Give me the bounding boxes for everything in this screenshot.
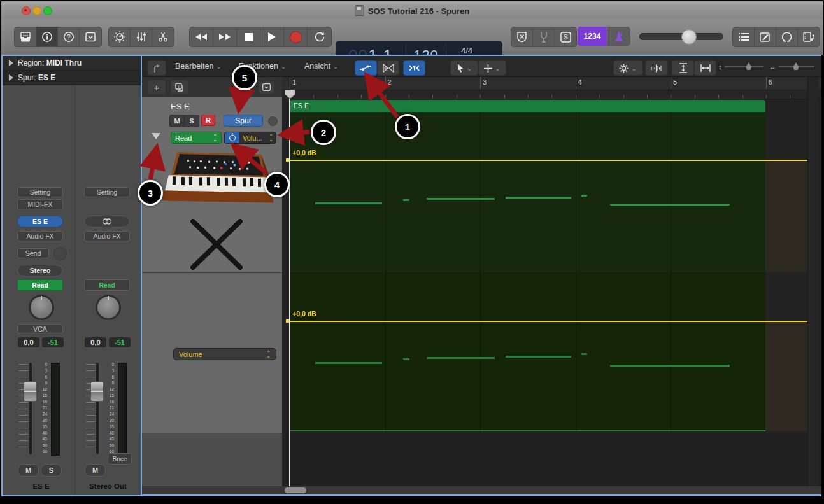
menu-ansicht[interactable]: Ansicht⌄ — [304, 62, 338, 71]
region-body-lane2[interactable] — [290, 272, 765, 431]
bar-ruler[interactable]: 123456 — [282, 77, 821, 90]
horizontal-scrollbar-track[interactable] — [142, 486, 821, 494]
strip1-send-button[interactable]: Send — [17, 248, 49, 258]
horizontal-zoom-slider[interactable]: ↔ — [769, 61, 817, 73]
vertical-auto-zoom-button[interactable] — [672, 60, 694, 76]
strip1-output-button[interactable]: Stereo — [17, 265, 63, 276]
strip2-audio-fx-button[interactable]: Audio FX — [84, 231, 130, 241]
master-volume-knob[interactable] — [681, 29, 697, 45]
pointer-tool-button[interactable]: ⌄ — [450, 60, 478, 76]
secondary-tool-button[interactable]: ⌄ — [478, 60, 506, 76]
strip1-automation-mode-button[interactable]: Read — [17, 279, 63, 291]
strip1-mute-button[interactable]: M — [18, 464, 39, 477]
metronome-button[interactable] — [607, 27, 630, 46]
ruler-beat-tick — [647, 95, 648, 98]
catch-playhead-button[interactable] — [403, 60, 425, 76]
strip1-solo-button[interactable]: S — [41, 464, 62, 477]
strip1-fader[interactable] — [24, 381, 37, 402]
library-icon[interactable] — [15, 27, 36, 46]
cycle-icon[interactable] — [308, 27, 331, 46]
strip2-bounce-button[interactable]: Bnce — [108, 453, 132, 465]
automation-parameter-dropdown[interactable]: Volu... ⌃⌄ — [224, 132, 276, 144]
strip1-pan-knob[interactable] — [29, 295, 54, 320]
strip2-fader[interactable] — [90, 381, 104, 402]
count-in-button[interactable]: 1234 — [578, 27, 607, 46]
editors-scissors-icon[interactable] — [152, 27, 174, 46]
list-editors-icon[interactable] — [733, 27, 755, 46]
track-record-enable-button[interactable]: R — [201, 115, 215, 126]
region-inspector-header[interactable]: Region: MIDI Thru — [3, 56, 141, 71]
back-arrow-button[interactable] — [147, 60, 166, 76]
vertical-zoom-slider[interactable]: ↕ — [718, 61, 766, 73]
strip1-instrument-button[interactable]: ES E — [17, 216, 63, 227]
no-overlap-icon[interactable] — [511, 27, 533, 46]
horizontal-zoom-thumb[interactable] — [793, 62, 799, 70]
vertical-zoom-thumb[interactable] — [746, 62, 751, 70]
vertical-scrollbar-track[interactable] — [807, 77, 818, 486]
automation-mode-dropdown[interactable]: Read⌃⌄ — [171, 132, 222, 144]
forward-icon[interactable] — [213, 27, 237, 46]
strip1-setting-button[interactable]: Setting — [17, 187, 63, 197]
loops-browser-icon[interactable] — [776, 27, 798, 46]
smart-controls-icon[interactable] — [109, 27, 131, 46]
play-icon[interactable] — [260, 27, 284, 46]
strip2-volume-value[interactable]: 0,0 — [85, 337, 106, 347]
checklist-icon[interactable] — [80, 27, 101, 46]
strip1-send-knob[interactable] — [53, 247, 67, 260]
note-pads-icon[interactable] — [755, 27, 776, 46]
strip1-peak-value[interactable]: -51 — [42, 337, 64, 347]
track-color-dot[interactable] — [268, 116, 278, 126]
inspector-toggle-icon[interactable] — [36, 27, 58, 46]
solo-mode-icon[interactable]: S — [555, 27, 576, 46]
strip1-group-button[interactable]: VCA — [17, 324, 63, 333]
strip2-format-button[interactable] — [84, 216, 130, 227]
lane-parameter-dropdown[interactable]: Volume⌃⌄ — [173, 348, 276, 360]
playhead-line — [289, 99, 290, 486]
flex-toggle-button[interactable] — [377, 60, 399, 76]
add-track-button[interactable]: + — [147, 80, 166, 95]
automation-line-1[interactable] — [288, 160, 807, 161]
stop-icon[interactable] — [237, 27, 260, 46]
strip1-audio-fx-button[interactable]: Audio FX — [17, 231, 63, 241]
strip2-setting-button[interactable]: Setting — [84, 187, 130, 197]
strip2-automation-mode-button[interactable]: Read — [84, 279, 130, 291]
menu-bearbeiten[interactable]: Bearbeiten⌄ — [175, 62, 222, 71]
track-header-config-button[interactable] — [258, 80, 274, 94]
strip1-volume-value[interactable]: 0,0 — [18, 337, 39, 347]
track-name[interactable]: ES E — [171, 102, 190, 111]
track-solo-button[interactable]: S — [185, 115, 199, 127]
automation-disclosure-triangle[interactable] — [152, 133, 160, 139]
track-inspector-header[interactable]: Spur: ES E — [3, 71, 141, 85]
track-header[interactable]: ES E M S R Spur Read⌃⌄ Volu... ⌃⌄ — [142, 97, 282, 272]
media-browser-icon[interactable] — [798, 27, 820, 46]
strip2-pan-knob[interactable] — [96, 295, 121, 320]
automation-toggle-button[interactable] — [355, 60, 377, 76]
record-icon[interactable] — [284, 27, 308, 46]
strip2-peak-value[interactable]: -51 — [109, 337, 131, 347]
strip1-midi-fx-button[interactable]: MIDI-FX — [17, 199, 63, 209]
tuner-icon[interactable] — [533, 27, 555, 46]
automation-line-2[interactable] — [288, 321, 807, 322]
rewind-icon[interactable] — [190, 27, 213, 46]
db-scale-value: 18 — [105, 400, 114, 404]
track-value: ES E — [38, 73, 55, 82]
track-zoom-presets-button[interactable]: ⌄ — [613, 60, 643, 76]
horizontal-scrollbar-thumb[interactable] — [285, 487, 306, 493]
automation-power-button[interactable] — [225, 132, 239, 144]
arrange-area[interactable]: 123456 ES E +0,0 dB +0,0 dB — [282, 77, 821, 486]
beat-ruler[interactable] — [282, 90, 821, 99]
disclosure-right-icon[interactable] — [9, 60, 13, 66]
duplicate-track-button[interactable]: + — [170, 80, 189, 95]
waveform-zoom-button[interactable] — [645, 60, 668, 76]
mixer-icon[interactable] — [131, 27, 152, 46]
strip2-mute-button[interactable]: M — [85, 464, 106, 477]
disclosure-right-icon[interactable] — [9, 74, 13, 81]
automation-lane-header[interactable]: Volume⌃⌄ — [142, 272, 282, 433]
track-mute-button[interactable]: M — [170, 115, 185, 127]
region-name-bar[interactable]: ES E — [290, 100, 765, 113]
region-body-lane1[interactable] — [290, 113, 765, 272]
spur-automation-target-button[interactable]: Spur — [224, 115, 263, 127]
quick-help-icon[interactable]: ? — [58, 27, 80, 46]
empty-track-area[interactable] — [282, 433, 821, 486]
horizontal-auto-zoom-button[interactable] — [694, 60, 716, 76]
